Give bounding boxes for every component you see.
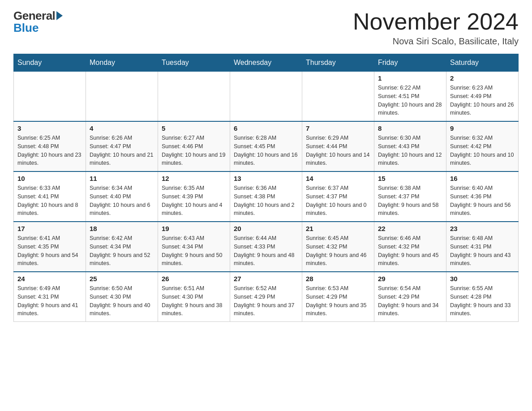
day-info: Sunrise: 6:54 AMSunset: 4:29 PMDaylight:…	[378, 284, 442, 318]
day-info: Sunrise: 6:23 AMSunset: 4:49 PMDaylight:…	[450, 84, 515, 117]
column-header-friday: Friday	[374, 54, 446, 72]
day-info: Sunrise: 6:46 AMSunset: 4:32 PMDaylight:…	[378, 234, 442, 268]
day-number: 22	[378, 225, 442, 232]
day-number: 20	[234, 225, 298, 232]
calendar-cell: 11Sunrise: 6:34 AMSunset: 4:40 PMDayligh…	[86, 171, 158, 222]
calendar-cell: 19Sunrise: 6:43 AMSunset: 4:34 PMDayligh…	[158, 222, 230, 272]
calendar-cell	[86, 72, 158, 122]
calendar-cell: 25Sunrise: 6:50 AMSunset: 4:30 PMDayligh…	[86, 272, 158, 322]
calendar-cell: 2Sunrise: 6:23 AMSunset: 4:49 PMDaylight…	[446, 72, 519, 122]
day-info: Sunrise: 6:34 AMSunset: 4:40 PMDaylight:…	[90, 184, 154, 218]
title-block: November 2024 Nova Siri Scalo, Basilicat…	[353, 9, 519, 47]
calendar-cell: 3Sunrise: 6:25 AMSunset: 4:48 PMDaylight…	[14, 121, 86, 171]
day-info: Sunrise: 6:50 AMSunset: 4:30 PMDaylight:…	[90, 284, 154, 318]
day-number: 5	[162, 124, 226, 132]
column-header-tuesday: Tuesday	[158, 54, 230, 72]
calendar-cell: 18Sunrise: 6:42 AMSunset: 4:34 PMDayligh…	[86, 222, 158, 272]
calendar-cell: 9Sunrise: 6:32 AMSunset: 4:42 PMDaylight…	[446, 121, 519, 171]
day-number: 21	[306, 225, 370, 232]
day-info: Sunrise: 6:51 AMSunset: 4:30 PMDaylight:…	[162, 284, 226, 318]
calendar-week-4: 17Sunrise: 6:41 AMSunset: 4:35 PMDayligh…	[14, 222, 519, 272]
day-info: Sunrise: 6:40 AMSunset: 4:36 PMDaylight:…	[450, 184, 515, 218]
day-info: Sunrise: 6:27 AMSunset: 4:46 PMDaylight:…	[162, 134, 226, 167]
calendar-cell	[230, 72, 302, 122]
day-number: 2	[450, 74, 515, 82]
calendar-cell: 12Sunrise: 6:35 AMSunset: 4:39 PMDayligh…	[158, 171, 230, 222]
day-info: Sunrise: 6:30 AMSunset: 4:43 PMDaylight:…	[378, 134, 442, 167]
day-info: Sunrise: 6:25 AMSunset: 4:48 PMDaylight:…	[17, 134, 82, 167]
calendar-cell: 22Sunrise: 6:46 AMSunset: 4:32 PMDayligh…	[374, 222, 446, 272]
day-info: Sunrise: 6:49 AMSunset: 4:31 PMDaylight:…	[17, 284, 82, 318]
calendar-cell: 24Sunrise: 6:49 AMSunset: 4:31 PMDayligh…	[14, 272, 86, 322]
calendar-cell: 13Sunrise: 6:36 AMSunset: 4:38 PMDayligh…	[230, 171, 302, 222]
calendar-cell: 16Sunrise: 6:40 AMSunset: 4:36 PMDayligh…	[446, 171, 519, 222]
calendar-cell: 15Sunrise: 6:38 AMSunset: 4:37 PMDayligh…	[374, 171, 446, 222]
day-info: Sunrise: 6:22 AMSunset: 4:51 PMDaylight:…	[378, 84, 442, 117]
day-number: 18	[90, 225, 154, 232]
day-info: Sunrise: 6:33 AMSunset: 4:41 PMDaylight:…	[17, 184, 82, 218]
day-info: Sunrise: 6:52 AMSunset: 4:29 PMDaylight:…	[234, 284, 298, 318]
day-number: 27	[234, 275, 298, 283]
day-info: Sunrise: 6:44 AMSunset: 4:33 PMDaylight:…	[234, 234, 298, 268]
calendar-cell: 1Sunrise: 6:22 AMSunset: 4:51 PMDaylight…	[374, 72, 446, 122]
page-header: General Blue November 2024 Nova Siri Sca…	[13, 9, 519, 47]
calendar-cell: 17Sunrise: 6:41 AMSunset: 4:35 PMDayligh…	[14, 222, 86, 272]
calendar-cell: 5Sunrise: 6:27 AMSunset: 4:46 PMDaylight…	[158, 121, 230, 171]
column-header-thursday: Thursday	[302, 54, 374, 72]
day-number: 7	[306, 124, 370, 132]
column-header-sunday: Sunday	[14, 54, 86, 72]
calendar-cell: 10Sunrise: 6:33 AMSunset: 4:41 PMDayligh…	[14, 171, 86, 222]
day-info: Sunrise: 6:36 AMSunset: 4:38 PMDaylight:…	[234, 184, 298, 218]
calendar-cell: 14Sunrise: 6:37 AMSunset: 4:37 PMDayligh…	[302, 171, 374, 222]
calendar-header-row: SundayMondayTuesdayWednesdayThursdayFrid…	[14, 54, 519, 72]
day-number: 23	[450, 225, 515, 232]
day-number: 4	[90, 124, 154, 132]
calendar-cell	[302, 72, 374, 122]
column-header-wednesday: Wednesday	[230, 54, 302, 72]
day-info: Sunrise: 6:37 AMSunset: 4:37 PMDaylight:…	[306, 184, 370, 218]
calendar-cell: 21Sunrise: 6:45 AMSunset: 4:32 PMDayligh…	[302, 222, 374, 272]
calendar-week-3: 10Sunrise: 6:33 AMSunset: 4:41 PMDayligh…	[14, 171, 519, 222]
calendar-week-2: 3Sunrise: 6:25 AMSunset: 4:48 PMDaylight…	[14, 121, 519, 171]
logo-triangle-icon	[56, 11, 63, 20]
day-number: 17	[17, 225, 82, 232]
logo-blue-text: Blue	[13, 21, 39, 35]
calendar-cell: 28Sunrise: 6:53 AMSunset: 4:29 PMDayligh…	[302, 272, 374, 322]
day-number: 14	[306, 175, 370, 182]
calendar-cell: 4Sunrise: 6:26 AMSunset: 4:47 PMDaylight…	[86, 121, 158, 171]
day-number: 30	[450, 275, 515, 283]
calendar-cell	[14, 72, 86, 122]
calendar-cell: 27Sunrise: 6:52 AMSunset: 4:29 PMDayligh…	[230, 272, 302, 322]
day-info: Sunrise: 6:53 AMSunset: 4:29 PMDaylight:…	[306, 284, 370, 318]
day-number: 9	[450, 124, 515, 132]
day-info: Sunrise: 6:43 AMSunset: 4:34 PMDaylight:…	[162, 234, 226, 268]
column-header-monday: Monday	[86, 54, 158, 72]
calendar-cell: 20Sunrise: 6:44 AMSunset: 4:33 PMDayligh…	[230, 222, 302, 272]
day-number: 11	[90, 175, 154, 182]
day-number: 13	[234, 175, 298, 182]
day-info: Sunrise: 6:41 AMSunset: 4:35 PMDaylight:…	[17, 234, 82, 268]
day-info: Sunrise: 6:35 AMSunset: 4:39 PMDaylight:…	[162, 184, 226, 218]
calendar-cell: 29Sunrise: 6:54 AMSunset: 4:29 PMDayligh…	[374, 272, 446, 322]
day-number: 24	[17, 275, 82, 283]
day-info: Sunrise: 6:29 AMSunset: 4:44 PMDaylight:…	[306, 134, 370, 167]
day-number: 1	[378, 74, 442, 82]
calendar-week-1: 1Sunrise: 6:22 AMSunset: 4:51 PMDaylight…	[14, 72, 519, 122]
day-info: Sunrise: 6:32 AMSunset: 4:42 PMDaylight:…	[450, 134, 515, 167]
day-info: Sunrise: 6:45 AMSunset: 4:32 PMDaylight:…	[306, 234, 370, 268]
location-text: Nova Siri Scalo, Basilicate, Italy	[353, 36, 519, 47]
calendar-cell: 6Sunrise: 6:28 AMSunset: 4:45 PMDaylight…	[230, 121, 302, 171]
calendar-cell: 23Sunrise: 6:48 AMSunset: 4:31 PMDayligh…	[446, 222, 519, 272]
day-number: 15	[378, 175, 442, 182]
day-info: Sunrise: 6:28 AMSunset: 4:45 PMDaylight:…	[234, 134, 298, 167]
calendar-cell: 8Sunrise: 6:30 AMSunset: 4:43 PMDaylight…	[374, 121, 446, 171]
day-info: Sunrise: 6:48 AMSunset: 4:31 PMDaylight:…	[450, 234, 515, 268]
calendar-cell: 26Sunrise: 6:51 AMSunset: 4:30 PMDayligh…	[158, 272, 230, 322]
calendar-cell: 7Sunrise: 6:29 AMSunset: 4:44 PMDaylight…	[302, 121, 374, 171]
month-title: November 2024	[353, 9, 519, 34]
day-info: Sunrise: 6:38 AMSunset: 4:37 PMDaylight:…	[378, 184, 442, 218]
day-number: 3	[17, 124, 82, 132]
day-number: 25	[90, 275, 154, 283]
day-number: 12	[162, 175, 226, 182]
day-info: Sunrise: 6:26 AMSunset: 4:47 PMDaylight:…	[90, 134, 154, 167]
